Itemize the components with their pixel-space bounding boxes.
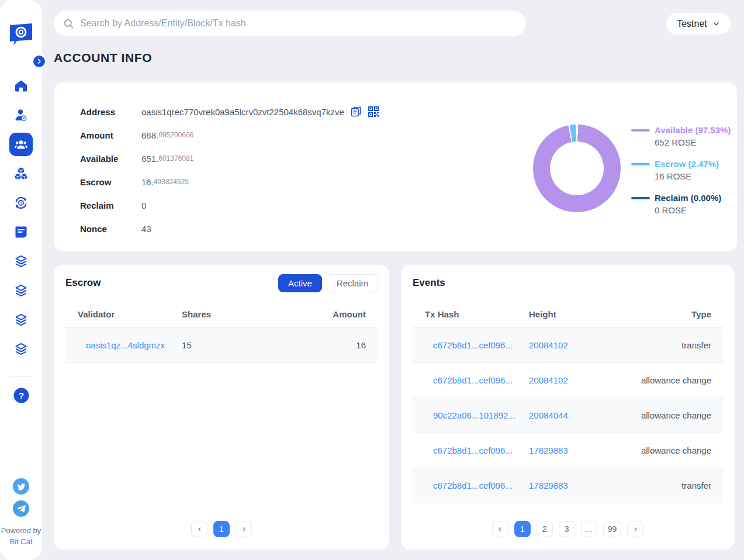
- shares-cell: 15: [182, 340, 356, 350]
- sidebar-item-blocks[interactable]: [0, 159, 42, 188]
- address-value: oasis1qrec770vrek0a9a5lcrv0zvt22504k68sv…: [141, 107, 344, 117]
- search-icon: [63, 18, 74, 29]
- logo-icon: [9, 21, 33, 48]
- type-cell: allowance change: [641, 410, 711, 420]
- available-row: Available 651.601376081: [80, 147, 379, 170]
- bitcat-link[interactable]: Bit Cat: [9, 537, 32, 546]
- escrow-card: Escrow Active Reclaim Validator Shares A…: [54, 265, 389, 549]
- page-ellipsis[interactable]: ...: [581, 521, 597, 537]
- sidebar-item-paratime-3[interactable]: [0, 305, 42, 334]
- reclaim-row: Reclaim 0: [80, 193, 379, 217]
- page-button-1[interactable]: 1: [213, 521, 230, 537]
- page-button-2[interactable]: 2: [537, 521, 553, 537]
- sidebar-item-paratime-4[interactable]: [0, 334, 42, 364]
- page-button-1[interactable]: 1: [514, 521, 531, 537]
- escrow-label: Escrow: [80, 177, 141, 187]
- legend-value: 16 ROSE: [655, 170, 719, 182]
- events-table-row: c672b8d1...cef096... 17829883 transfer: [413, 468, 723, 503]
- network-selector[interactable]: Testnet: [666, 13, 731, 34]
- qr-code-icon: [368, 106, 379, 117]
- page-title: ACCOUNT INFO: [54, 51, 152, 65]
- next-page-button[interactable]: [236, 521, 252, 537]
- chevron-left-icon: [197, 527, 202, 532]
- column-type: Type: [691, 309, 711, 319]
- sidebar-item-history[interactable]: [0, 188, 42, 217]
- layers-icon: [14, 284, 28, 298]
- legend-swatch-reclaim: [631, 197, 650, 199]
- available-value: 651.601376081: [141, 154, 193, 164]
- sidebar: ? Powered by Bit Cat: [0, 0, 42, 560]
- legend-label: Escrow (2.47%): [655, 158, 719, 170]
- nonce-row: Nonce 43: [80, 217, 379, 240]
- column-validator: Validator: [78, 309, 182, 319]
- legend-item-reclaim: Reclaim (0.00%) 0 ROSE: [631, 192, 731, 216]
- height-link[interactable]: 20084102: [529, 340, 568, 350]
- blocks-icon: [14, 167, 28, 181]
- layers-icon: [14, 313, 28, 327]
- legend-swatch-available: [631, 129, 650, 132]
- copy-address-button[interactable]: [350, 106, 362, 117]
- sidebar-toggle-button[interactable]: [32, 54, 47, 69]
- sidebar-item-accounts[interactable]: [0, 130, 42, 159]
- height-link[interactable]: 20084044: [529, 410, 568, 420]
- search-input[interactable]: [80, 18, 517, 29]
- column-tx-hash: Tx Hash: [425, 309, 529, 319]
- events-table-row: 90c22a06...101892... 20084044 allowance …: [413, 398, 723, 433]
- escrow-title: Escrow: [65, 277, 101, 289]
- sidebar-item-account[interactable]: [0, 101, 42, 130]
- legend-item-escrow: Escrow (2.47%) 16 ROSE: [631, 158, 731, 182]
- validator-link[interactable]: oasis1qz...4sldgmzx: [86, 340, 165, 350]
- nonce-label: Nonce: [80, 224, 141, 234]
- chevron-right-icon: [36, 58, 43, 65]
- events-pagination: 1 2 3 ... 99: [401, 521, 735, 537]
- donut-hole: [550, 141, 604, 195]
- search-bar: [54, 11, 526, 36]
- sidebar-item-proposals[interactable]: [0, 217, 42, 247]
- next-page-button[interactable]: [627, 521, 643, 537]
- events-table-row: c672b8d1...cef096... 20084102 transfer: [413, 328, 723, 363]
- legend-label: Available (97.53%): [655, 125, 731, 136]
- telegram-link[interactable]: [13, 500, 29, 517]
- events-table-header: Tx Hash Height Type: [413, 301, 723, 328]
- tx-hash-link[interactable]: c672b8d1...cef096...: [433, 445, 513, 455]
- sidebar-nav: [0, 71, 42, 364]
- donut-legend: Available (97.53%) 652 ROSE Escrow (2.47…: [631, 125, 731, 216]
- chevron-right-icon: [241, 527, 247, 532]
- events-title: Events: [413, 277, 445, 289]
- sidebar-divider: [10, 376, 32, 377]
- escrow-value: 16.493824525: [141, 177, 189, 187]
- address-row: Address oasis1qrec770vrek0a9a5lcrv0zvt22…: [80, 100, 379, 123]
- sidebar-item-paratime-1[interactable]: [0, 247, 42, 276]
- legend-value: 0 ROSE: [655, 204, 721, 216]
- page-button-99[interactable]: 99: [603, 521, 622, 537]
- height-link[interactable]: 17829883: [529, 445, 568, 455]
- sidebar-item-paratime-2[interactable]: [0, 276, 42, 305]
- sidebar-footer: Powered by Bit Cat: [1, 472, 41, 546]
- svg-text:?: ?: [18, 390, 23, 400]
- escrow-row: Escrow 16.493824525: [80, 170, 379, 193]
- tab-active[interactable]: Active: [278, 274, 322, 292]
- prev-page-button[interactable]: [492, 521, 508, 537]
- tab-reclaim[interactable]: Reclaim: [327, 274, 378, 292]
- layers-icon: [14, 254, 28, 268]
- account-info-card: Address oasis1qrec770vrek0a9a5lcrv0zvt22…: [54, 82, 737, 251]
- prev-page-button[interactable]: [191, 521, 207, 537]
- escrow-table-header: Validator Shares Amount: [65, 301, 378, 328]
- sidebar-item-help[interactable]: ?: [0, 381, 42, 410]
- tx-hash-link[interactable]: c672b8d1...cef096...: [433, 340, 513, 350]
- twitter-link[interactable]: [13, 478, 29, 495]
- reclaim-value: 0: [141, 201, 146, 210]
- escrow-table: Validator Shares Amount oasis1qz...4sldg…: [65, 301, 378, 363]
- height-link[interactable]: 17829883: [529, 481, 568, 490]
- home-icon: [14, 79, 28, 93]
- height-link[interactable]: 20084102: [529, 375, 568, 385]
- tx-hash-link[interactable]: c672b8d1...cef096...: [433, 481, 513, 490]
- balance-donut-chart: [533, 125, 621, 212]
- tx-hash-link[interactable]: 90c22a06...101892...: [433, 410, 515, 420]
- tx-hash-link[interactable]: c672b8d1...cef096...: [433, 375, 513, 385]
- sidebar-item-home[interactable]: [0, 71, 42, 101]
- app-logo[interactable]: [9, 21, 33, 48]
- history-icon: [14, 196, 28, 210]
- page-button-3[interactable]: 3: [559, 521, 575, 537]
- qr-code-button[interactable]: [368, 106, 379, 117]
